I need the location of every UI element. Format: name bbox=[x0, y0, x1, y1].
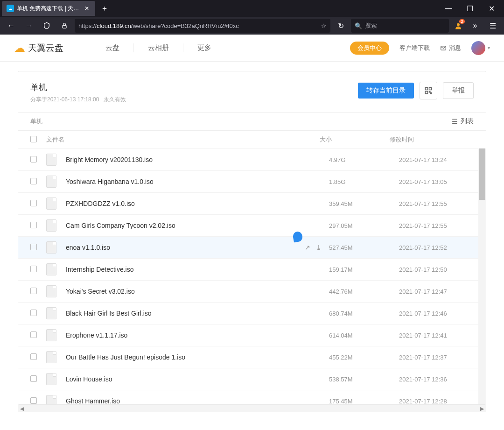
nav-more[interactable]: 更多 bbox=[183, 43, 225, 52]
row-checkbox[interactable] bbox=[30, 222, 37, 228]
row-checkbox[interactable] bbox=[30, 310, 37, 316]
row-checkbox[interactable] bbox=[30, 397, 37, 404]
brand-logo[interactable]: ☁ 天翼云盘 bbox=[14, 42, 63, 55]
file-name-text: Internship Detective.iso bbox=[66, 266, 134, 273]
table-row[interactable]: Lovin House.iso↗⤓538.57M2021-07-17 12:36 bbox=[18, 368, 486, 390]
chevron-down-icon: ▾ bbox=[488, 45, 490, 50]
file-size: 1.85G bbox=[329, 178, 399, 185]
file-icon bbox=[46, 176, 56, 188]
file-name-text: Ghost Hammer.iso bbox=[66, 397, 120, 404]
table-row[interactable]: Yokai's Secret v3.02.iso↗⤓442.76M2021-07… bbox=[18, 280, 486, 302]
file-date: 2021-07-17 12:46 bbox=[399, 310, 474, 317]
row-checkbox[interactable] bbox=[30, 178, 37, 184]
breadcrumb[interactable]: 单机 bbox=[30, 117, 42, 126]
forward-button[interactable]: → bbox=[21, 18, 36, 33]
url-field[interactable]: https://cloud.189.cn/web/share?code=B32a… bbox=[75, 19, 330, 33]
view-toggle[interactable]: ☰ 列表 bbox=[452, 117, 474, 126]
file-table-header: 文件名 大小 修改时间 bbox=[18, 130, 486, 148]
shield-icon[interactable] bbox=[39, 18, 54, 33]
nav-cloud-disk[interactable]: 云盘 bbox=[91, 43, 133, 52]
file-list[interactable]: Bright Memory v20201130.iso↗⤓4.97G2021-0… bbox=[18, 148, 486, 404]
table-row[interactable]: Yoshiwara Higanbana v1.0.iso↗⤓1.85G2021-… bbox=[18, 170, 486, 192]
new-tab-button[interactable]: ＋ bbox=[98, 2, 111, 15]
report-button[interactable]: 举报 bbox=[443, 82, 474, 99]
bookmark-star-icon[interactable]: ☆ bbox=[321, 22, 327, 29]
nav-cloud-album[interactable]: 云相册 bbox=[133, 43, 183, 52]
vip-button[interactable]: 会员中心 bbox=[350, 42, 389, 55]
svg-rect-4 bbox=[429, 87, 432, 90]
table-row[interactable]: Black Hair Girl Is Best Girl.iso↗⤓680.74… bbox=[18, 302, 486, 324]
overflow-chevron-icon[interactable]: » bbox=[468, 18, 483, 33]
user-menu[interactable]: ▾ bbox=[471, 41, 490, 55]
close-tab-icon[interactable]: ✕ bbox=[83, 5, 91, 12]
reload-button[interactable]: ↻ bbox=[333, 18, 348, 33]
table-row[interactable]: Cam Girls Company Tycoon v2.02.iso↗⤓297.… bbox=[18, 214, 486, 236]
column-date[interactable]: 修改时间 bbox=[390, 135, 474, 144]
row-checkbox[interactable] bbox=[30, 353, 37, 360]
file-date: 2021-07-17 12:47 bbox=[399, 288, 474, 295]
file-name-text: Yoshiwara Higanbana v1.0.iso bbox=[66, 178, 154, 185]
save-to-cloud-button[interactable]: 转存当前目录 bbox=[358, 83, 414, 99]
row-checkbox[interactable] bbox=[30, 156, 37, 162]
open-icon[interactable]: ↗ bbox=[305, 244, 310, 251]
svg-rect-3 bbox=[425, 87, 427, 90]
file-size: 159.17M bbox=[329, 266, 399, 273]
row-checkbox[interactable] bbox=[30, 200, 37, 206]
browser-search[interactable]: 🔍 搜索 bbox=[351, 19, 449, 33]
svg-rect-5 bbox=[425, 92, 427, 94]
url-text: https://cloud.189.cn/web/share?code=B32a… bbox=[78, 22, 317, 29]
table-row[interactable]: Internship Detective.iso↗⤓159.17M2021-07… bbox=[18, 258, 486, 280]
back-button[interactable]: ← bbox=[4, 18, 19, 33]
messages-link[interactable]: 消息 bbox=[440, 44, 461, 52]
browser-chrome: ☁ 单机 免费高速下载 | 天翼云盘... ✕ ＋ — ☐ ✕ ← → http… bbox=[0, 0, 504, 35]
file-date: 2021-07-17 13:05 bbox=[399, 178, 474, 185]
search-placeholder: 搜索 bbox=[365, 21, 377, 30]
extension-badge: 2 bbox=[459, 19, 465, 24]
scroll-right-icon[interactable]: ▶ bbox=[479, 406, 485, 412]
vertical-scrollbar[interactable] bbox=[478, 148, 486, 404]
file-size: 175.45M bbox=[329, 398, 399, 405]
download-icon[interactable]: ⤓ bbox=[316, 244, 322, 251]
share-panel: 单机 分享于2021-06-13 17:18:00 永久有效 转存当前目录 举报… bbox=[18, 71, 486, 405]
file-size: 455.22M bbox=[329, 354, 399, 361]
qrcode-button[interactable] bbox=[420, 82, 437, 99]
list-icon: ☰ bbox=[452, 118, 458, 125]
browser-tab[interactable]: ☁ 单机 免费高速下载 | 天翼云盘... ✕ bbox=[2, 1, 95, 16]
file-icon bbox=[46, 373, 56, 385]
file-icon bbox=[46, 219, 56, 232]
scroll-left-icon[interactable]: ◀ bbox=[19, 406, 25, 412]
row-checkbox[interactable] bbox=[30, 244, 37, 250]
close-window-button[interactable]: ✕ bbox=[481, 0, 502, 17]
table-row[interactable]: PZXHDDGDZZ v1.0.iso↗⤓359.45M2021-07-17 1… bbox=[18, 192, 486, 214]
table-row[interactable]: enoa v1.1.0.iso↗⤓527.45M2021-07-17 12:52 bbox=[18, 236, 486, 258]
menu-icon[interactable]: ☰ bbox=[485, 18, 500, 33]
file-icon bbox=[46, 395, 56, 404]
scrollbar-thumb[interactable] bbox=[479, 148, 485, 200]
file-date: 2021-07-17 12:55 bbox=[399, 222, 474, 229]
svg-point-1 bbox=[457, 23, 460, 26]
table-row[interactable]: Our Battle Has Just Begun! episode 1.iso… bbox=[18, 346, 486, 368]
row-checkbox[interactable] bbox=[30, 375, 37, 382]
column-name[interactable]: 文件名 bbox=[46, 135, 320, 144]
file-size: 614.04M bbox=[329, 332, 399, 339]
main-nav: 云盘 云相册 更多 bbox=[91, 43, 225, 52]
qrcode-icon bbox=[424, 86, 433, 95]
maximize-button[interactable]: ☐ bbox=[459, 0, 481, 17]
horizontal-scrollbar[interactable]: ◀ ▶ bbox=[18, 405, 486, 412]
minimize-button[interactable]: — bbox=[438, 0, 459, 17]
select-all-checkbox[interactable] bbox=[30, 136, 37, 142]
row-checkbox[interactable] bbox=[30, 331, 37, 338]
file-icon bbox=[46, 263, 56, 275]
file-date: 2021-07-17 13:24 bbox=[399, 156, 474, 163]
row-checkbox[interactable] bbox=[30, 266, 37, 272]
row-checkbox[interactable] bbox=[30, 288, 37, 294]
table-row[interactable]: Ghost Hammer.iso↗⤓175.45M2021-07-17 12:2… bbox=[18, 390, 486, 404]
table-row[interactable]: Bright Memory v20201130.iso↗⤓4.97G2021-0… bbox=[18, 148, 486, 170]
tab-title: 单机 免费高速下载 | 天翼云盘... bbox=[17, 5, 80, 13]
lock-icon[interactable] bbox=[57, 18, 72, 33]
download-client-link[interactable]: 客户端下载 bbox=[399, 44, 430, 52]
table-row[interactable]: Erophone v1.1.17.iso↗⤓614.04M2021-07-17 … bbox=[18, 324, 486, 346]
column-size[interactable]: 大小 bbox=[320, 135, 390, 144]
file-icon bbox=[46, 285, 56, 297]
extension-icon[interactable]: 2 bbox=[452, 19, 465, 32]
